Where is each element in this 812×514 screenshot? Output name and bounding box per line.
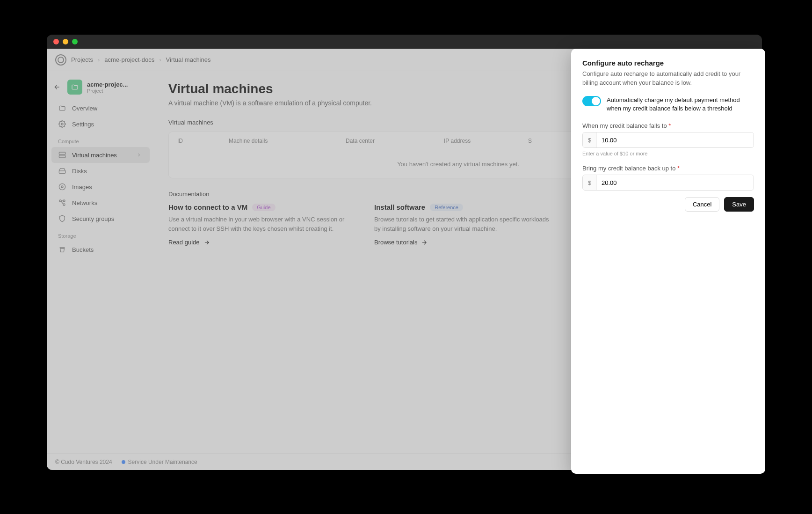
sidebar-item-buckets[interactable]: Buckets [51, 242, 150, 257]
breadcrumb: Projects › acme-project-docs › Virtual m… [71, 56, 210, 63]
auto-recharge-toggle[interactable] [582, 96, 601, 106]
project-type: Project [87, 88, 128, 94]
status-dot-icon [122, 460, 125, 464]
sidebar-item-label: Networks [72, 199, 97, 206]
field-target[interactable]: $ [582, 175, 754, 191]
disk-icon [58, 167, 66, 175]
required-indicator: * [677, 165, 680, 172]
svg-point-2 [61, 123, 63, 125]
sidebar-item-vms[interactable]: Virtual machines [51, 147, 150, 163]
field-threshold[interactable]: $ [582, 132, 754, 148]
sidebar-group-storage: Storage [51, 227, 150, 242]
svg-point-8 [61, 186, 63, 188]
sidebar-item-security[interactable]: Security groups [51, 211, 150, 227]
sidebar: acme-projec... Project Overview Settings… [47, 71, 154, 453]
svg-line-12 [61, 201, 64, 204]
doc-badge: Reference [430, 204, 463, 211]
svg-rect-3 [59, 152, 65, 154]
arrow-right-icon [421, 239, 428, 246]
window-titlebar [47, 35, 762, 49]
doc-desc: Use a virtual machine in your web browse… [168, 215, 346, 233]
chevron-right-icon [135, 151, 143, 159]
col-machine: Machine details [229, 138, 346, 144]
field-target-input[interactable] [597, 175, 754, 190]
back-button[interactable] [51, 81, 63, 93]
auto-recharge-panel: Configure auto recharge Configure auto r… [571, 49, 765, 474]
svg-point-7 [59, 184, 65, 190]
doc-link-label: Read guide [168, 239, 200, 246]
field-threshold-label: When my credit balance falls to [582, 122, 667, 129]
disc-icon [58, 183, 66, 191]
breadcrumb-project[interactable]: acme-project-docs [104, 56, 154, 63]
breadcrumb-sep: › [98, 56, 100, 63]
panel-title: Configure auto recharge [582, 59, 754, 67]
window-minimize-icon[interactable] [63, 39, 68, 44]
project-icon [67, 80, 82, 95]
doc-link[interactable]: Browse tutorials [374, 239, 552, 246]
doc-card: Install software Reference Browse tutori… [374, 203, 552, 246]
doc-link[interactable]: Read guide [168, 239, 346, 246]
toggle-label: Automatically charge my default payment … [607, 96, 754, 113]
sidebar-item-networks[interactable]: Networks [51, 195, 150, 211]
field-threshold-hint: Enter a value of $10 or more [582, 151, 754, 156]
project-name: acme-projec... [87, 81, 128, 88]
sidebar-item-label: Buckets [72, 246, 94, 253]
svg-rect-4 [59, 155, 65, 158]
doc-link-label: Browse tutorials [374, 239, 417, 246]
sidebar-item-label: Security groups [72, 215, 114, 222]
sidebar-item-settings[interactable]: Settings [51, 116, 150, 132]
window-maximize-icon[interactable] [72, 39, 78, 44]
arrow-right-icon [203, 239, 210, 246]
breadcrumb-sep: › [159, 56, 161, 63]
logo-icon[interactable] [55, 54, 66, 66]
doc-title: How to connect to a VM [168, 203, 247, 211]
sidebar-item-overview[interactable]: Overview [51, 100, 150, 116]
footer-status: Service Under Maintenance [122, 459, 197, 465]
currency-prefix: $ [583, 132, 597, 147]
server-icon [58, 151, 66, 159]
gear-icon [58, 120, 66, 128]
col-datacenter: Data center [346, 138, 444, 144]
network-icon [58, 198, 66, 207]
doc-card: How to connect to a VM Guide Use a virtu… [168, 203, 346, 246]
sidebar-group-compute: Compute [51, 132, 150, 147]
save-button[interactable]: Save [724, 197, 754, 212]
breadcrumb-page[interactable]: Virtual machines [166, 56, 211, 63]
field-target-label: Bring my credit balance back up to [582, 165, 675, 172]
panel-desc: Configure auto recharge to automatically… [582, 70, 754, 88]
sidebar-item-label: Virtual machines [72, 152, 117, 159]
field-threshold-input[interactable] [597, 132, 754, 147]
svg-point-11 [63, 200, 65, 202]
shield-icon [58, 214, 66, 223]
sidebar-item-label: Images [72, 184, 92, 191]
sidebar-item-label: Disks [72, 168, 87, 175]
sidebar-item-label: Settings [72, 121, 94, 128]
breadcrumb-root[interactable]: Projects [71, 56, 93, 63]
doc-badge: Guide [252, 204, 275, 211]
sidebar-item-disks[interactable]: Disks [51, 163, 150, 179]
currency-prefix: $ [583, 175, 597, 190]
required-indicator: * [668, 122, 671, 129]
sidebar-item-label: Overview [72, 105, 97, 112]
window-close-icon[interactable] [53, 39, 59, 44]
doc-title: Install software [374, 203, 425, 211]
col-id: ID [177, 138, 229, 144]
bucket-icon [58, 245, 66, 254]
doc-desc: Browse tutorials to get started with app… [374, 215, 552, 233]
footer-status-label: Service Under Maintenance [128, 459, 197, 465]
cancel-button[interactable]: Cancel [685, 197, 719, 212]
footer-copyright: © Cudo Ventures 2024 [55, 459, 112, 465]
col-ip: IP address [444, 138, 528, 144]
sidebar-item-images[interactable]: Images [51, 179, 150, 195]
folder-icon [58, 104, 66, 112]
